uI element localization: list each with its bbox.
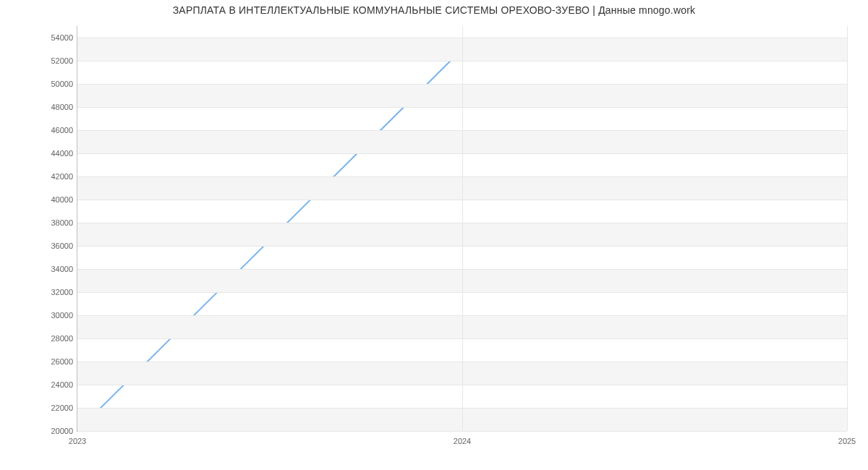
x-gridline xyxy=(847,26,848,431)
x-tick-label: 2024 xyxy=(454,437,471,445)
y-tick-label: 54000 xyxy=(38,34,73,42)
y-tick-label: 20000 xyxy=(38,427,73,435)
y-tick-label: 40000 xyxy=(38,196,73,204)
y-tick-label: 42000 xyxy=(38,173,73,181)
y-tick-label: 44000 xyxy=(38,150,73,158)
y-gridline xyxy=(77,431,847,432)
y-tick-label: 34000 xyxy=(38,265,73,273)
y-tick-label: 26000 xyxy=(38,358,73,366)
y-tick-label: 36000 xyxy=(38,242,73,250)
x-gridline xyxy=(462,26,463,431)
x-tick-label: 2023 xyxy=(69,437,86,445)
y-tick-label: 50000 xyxy=(38,80,73,88)
y-tick-label: 24000 xyxy=(38,381,73,389)
y-tick-label: 32000 xyxy=(38,289,73,296)
y-tick-label: 28000 xyxy=(38,335,73,343)
chart-container: ЗАРПЛАТА В ИНТЕЛЛЕКТУАЛЬНЫЕ КОММУНАЛЬНЫЕ… xyxy=(0,0,868,470)
y-tick-label: 38000 xyxy=(38,219,73,227)
y-tick-label: 30000 xyxy=(38,312,73,320)
chart-title: ЗАРПЛАТА В ИНТЕЛЛЕКТУАЛЬНЫЕ КОММУНАЛЬНЫЕ… xyxy=(0,4,868,16)
y-tick-label: 52000 xyxy=(38,57,73,65)
y-tick-label: 22000 xyxy=(38,404,73,412)
x-tick-label: 2025 xyxy=(838,437,856,445)
y-tick-label: 48000 xyxy=(38,103,73,111)
plot-area: 2000022000240002600028000300003200034000… xyxy=(77,26,847,432)
y-tick-label: 46000 xyxy=(38,127,73,134)
